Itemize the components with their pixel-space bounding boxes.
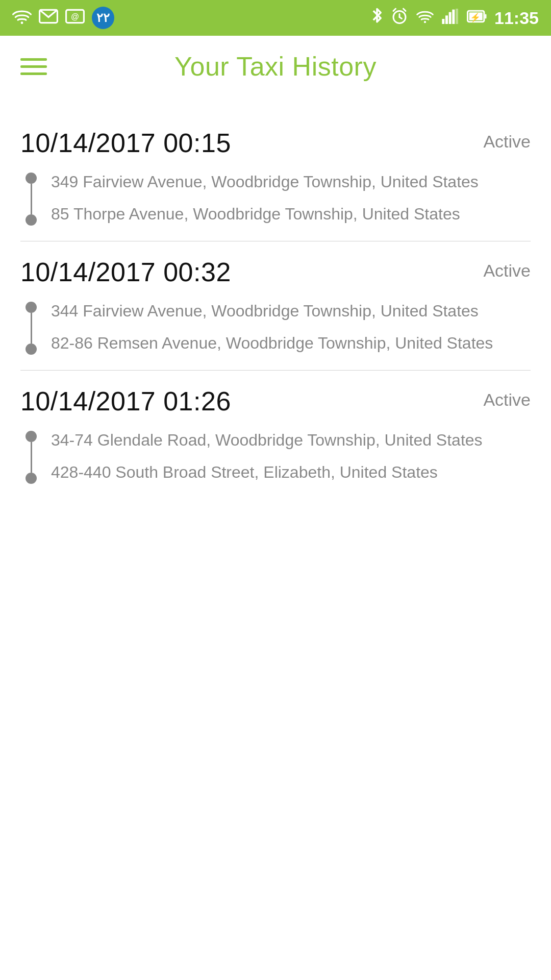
pickup-address: 34-74 Glendale Road, Woodbridge Township…	[51, 429, 531, 452]
svg-rect-14	[456, 9, 458, 24]
ride-item[interactable]: 10/14/2017 01:26 Active 34-74 Glendale R…	[20, 371, 531, 499]
status-bar: @ ۲۲	[0, 0, 551, 36]
page-title: Your Taxi History	[174, 51, 377, 82]
ride-route: 34-74 Glendale Road, Woodbridge Township…	[20, 429, 531, 484]
svg-rect-12	[449, 12, 452, 23]
dropoff-dot	[26, 344, 37, 355]
battery-icon: ⚡	[467, 9, 487, 28]
svg-point-0	[21, 21, 23, 24]
email-icon	[39, 9, 58, 28]
svg-text:@: @	[71, 12, 79, 21]
pickup-address: 344 Fairview Avenue, Woodbridge Township…	[51, 300, 531, 323]
svg-rect-13	[452, 9, 455, 23]
svg-line-7	[393, 9, 396, 11]
dropoff-address: 82-86 Remsen Avenue, Woodbridge Township…	[51, 332, 531, 355]
svg-line-6	[399, 17, 402, 18]
hamburger-line-1	[20, 58, 47, 61]
alarm-icon	[390, 7, 409, 29]
dropoff-dot	[26, 214, 37, 226]
ride-header: 10/14/2017 01:26 Active	[20, 386, 531, 416]
mail-at-icon: @	[65, 9, 85, 28]
route-addresses: 34-74 Glendale Road, Woodbridge Township…	[51, 429, 531, 484]
route-connector	[31, 184, 32, 214]
hamburger-menu-button[interactable]	[20, 58, 47, 75]
pickup-address: 349 Fairview Avenue, Woodbridge Township…	[51, 170, 531, 193]
ride-datetime: 10/14/2017 00:15	[20, 128, 231, 158]
route-connector	[31, 442, 32, 473]
route-connector	[31, 313, 32, 344]
pickup-dot	[26, 431, 37, 442]
dropoff-address: 85 Thorpe Avenue, Woodbridge Township, U…	[51, 203, 531, 226]
app-header: Your Taxi History	[0, 36, 551, 97]
status-time: 11:35	[494, 8, 539, 28]
ride-route: 349 Fairview Avenue, Woodbridge Township…	[20, 170, 531, 226]
svg-rect-17	[485, 14, 486, 18]
hamburger-line-3	[20, 72, 47, 75]
hamburger-line-2	[20, 65, 47, 68]
ride-status: Active	[483, 261, 531, 281]
pickup-dot	[26, 173, 37, 184]
route-addresses: 349 Fairview Avenue, Woodbridge Township…	[51, 170, 531, 226]
wifi2-icon	[416, 9, 434, 27]
route-line-visual	[26, 300, 37, 355]
bluetooth-icon	[371, 7, 383, 29]
svg-text:⚡: ⚡	[470, 12, 481, 22]
route-addresses: 344 Fairview Avenue, Woodbridge Township…	[51, 300, 531, 355]
svg-rect-10	[442, 19, 444, 24]
svg-point-9	[424, 21, 426, 23]
ride-datetime: 10/14/2017 01:26	[20, 386, 231, 416]
dropoff-dot	[26, 473, 37, 484]
ride-header: 10/14/2017 00:32 Active	[20, 257, 531, 287]
rides-list: 10/14/2017 00:15 Active 349 Fairview Ave…	[0, 97, 551, 530]
notification-badge: ۲۲	[92, 7, 114, 29]
status-right-icons: ⚡ 11:35	[371, 7, 539, 29]
route-line-visual	[26, 170, 37, 226]
svg-line-8	[404, 9, 406, 11]
ride-item[interactable]: 10/14/2017 00:15 Active 349 Fairview Ave…	[20, 112, 531, 241]
ride-item[interactable]: 10/14/2017 00:32 Active 344 Fairview Ave…	[20, 241, 531, 371]
route-line-visual	[26, 429, 37, 484]
ride-status: Active	[483, 390, 531, 410]
signal-icon	[441, 9, 460, 28]
ride-route: 344 Fairview Avenue, Woodbridge Township…	[20, 300, 531, 355]
pickup-dot	[26, 302, 37, 313]
ride-header: 10/14/2017 00:15 Active	[20, 128, 531, 158]
dropoff-address: 428-440 South Broad Street, Elizabeth, U…	[51, 461, 531, 484]
ride-status: Active	[483, 132, 531, 152]
status-left-icons: @ ۲۲	[12, 7, 114, 29]
svg-rect-11	[445, 15, 448, 24]
wifi-icon	[12, 8, 32, 28]
ride-datetime: 10/14/2017 00:32	[20, 257, 231, 287]
